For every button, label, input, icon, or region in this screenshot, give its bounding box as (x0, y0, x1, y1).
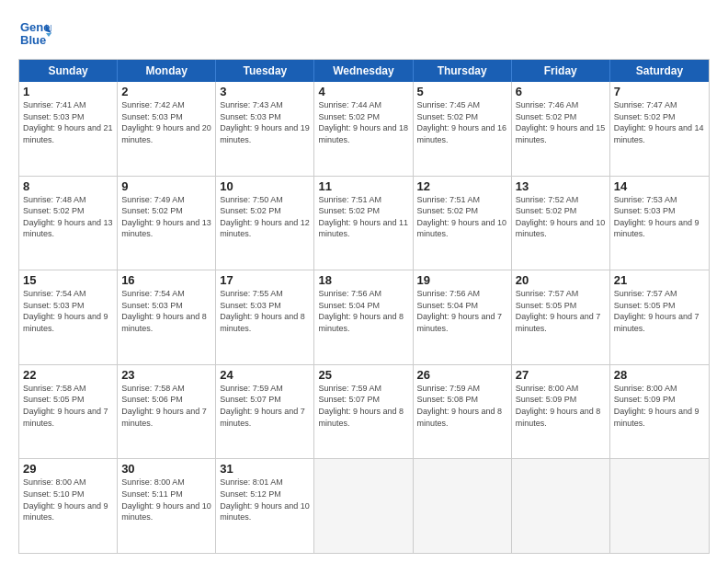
day-number: 8 (23, 179, 113, 193)
day-number: 6 (516, 85, 606, 98)
day-number: 29 (23, 462, 113, 476)
day-info: Sunrise: 7:58 AM Sunset: 5:06 PM Dayligh… (121, 383, 211, 429)
day-cell-21: 21Sunrise: 7:57 AM Sunset: 5:05 PM Dayli… (610, 270, 709, 364)
day-info: Sunrise: 7:54 AM Sunset: 5:03 PM Dayligh… (121, 288, 211, 334)
day-info: Sunrise: 7:43 AM Sunset: 5:03 PM Dayligh… (220, 99, 310, 145)
day-cell-26: 26Sunrise: 7:59 AM Sunset: 5:08 PM Dayli… (414, 365, 512, 459)
day-cell-27: 27Sunrise: 8:00 AM Sunset: 5:09 PM Dayli… (512, 365, 610, 459)
day-info: Sunrise: 7:41 AM Sunset: 5:03 PM Dayligh… (23, 99, 113, 145)
day-number: 10 (220, 179, 310, 193)
calendar-row-1: 1Sunrise: 7:41 AM Sunset: 5:03 PM Daylig… (19, 82, 709, 176)
day-cell-17: 17Sunrise: 7:55 AM Sunset: 5:03 PM Dayli… (216, 270, 314, 364)
day-cell-4: 4Sunrise: 7:44 AM Sunset: 5:02 PM Daylig… (314, 82, 413, 176)
day-cell-6: 6Sunrise: 7:46 AM Sunset: 5:02 PM Daylig… (512, 82, 610, 176)
day-number: 3 (220, 85, 310, 98)
day-number: 20 (516, 273, 606, 287)
day-number: 23 (121, 368, 211, 382)
day-number: 16 (121, 273, 211, 287)
day-number: 1 (23, 85, 113, 98)
empty-cell (512, 459, 610, 553)
day-cell-31: 31Sunrise: 8:01 AM Sunset: 5:12 PM Dayli… (216, 459, 314, 553)
calendar: SundayMondayTuesdayWednesdayThursdayFrid… (18, 59, 710, 554)
svg-text:Blue: Blue (20, 33, 46, 47)
day-info: Sunrise: 7:53 AM Sunset: 5:03 PM Dayligh… (614, 194, 705, 240)
day-cell-29: 29Sunrise: 8:00 AM Sunset: 5:10 PM Dayli… (19, 459, 118, 553)
day-cell-8: 8Sunrise: 7:48 AM Sunset: 5:02 PM Daylig… (19, 177, 118, 270)
day-cell-30: 30Sunrise: 8:00 AM Sunset: 5:11 PM Dayli… (118, 459, 216, 553)
day-info: Sunrise: 7:42 AM Sunset: 5:03 PM Dayligh… (121, 99, 211, 145)
day-number: 21 (614, 273, 705, 287)
header-day-monday: Monday (118, 60, 216, 82)
logo-icon: General Blue (18, 17, 51, 50)
header-day-wednesday: Wednesday (314, 60, 413, 82)
day-number: 24 (220, 368, 310, 382)
header-day-saturday: Saturday (610, 60, 709, 82)
day-info: Sunrise: 7:57 AM Sunset: 5:05 PM Dayligh… (516, 288, 606, 334)
page: General Blue SundayMondayTuesdayWednesda… (0, 0, 728, 563)
day-cell-24: 24Sunrise: 7:59 AM Sunset: 5:07 PM Dayli… (216, 365, 314, 459)
calendar-body: 1Sunrise: 7:41 AM Sunset: 5:03 PM Daylig… (19, 82, 709, 553)
day-info: Sunrise: 8:00 AM Sunset: 5:11 PM Dayligh… (121, 477, 211, 523)
day-number: 4 (318, 85, 408, 98)
day-info: Sunrise: 7:46 AM Sunset: 5:02 PM Dayligh… (516, 99, 606, 145)
day-number: 31 (220, 462, 310, 476)
day-info: Sunrise: 7:45 AM Sunset: 5:02 PM Dayligh… (417, 99, 507, 145)
day-cell-2: 2Sunrise: 7:42 AM Sunset: 5:03 PM Daylig… (118, 82, 216, 176)
day-info: Sunrise: 7:44 AM Sunset: 5:02 PM Dayligh… (318, 99, 408, 145)
day-cell-13: 13Sunrise: 7:52 AM Sunset: 5:02 PM Dayli… (512, 177, 610, 270)
calendar-row-4: 22Sunrise: 7:58 AM Sunset: 5:05 PM Dayli… (19, 364, 709, 459)
day-number: 14 (614, 179, 705, 193)
day-cell-7: 7Sunrise: 7:47 AM Sunset: 5:02 PM Daylig… (610, 82, 709, 176)
day-info: Sunrise: 7:52 AM Sunset: 5:02 PM Dayligh… (516, 194, 606, 240)
day-info: Sunrise: 7:51 AM Sunset: 5:02 PM Dayligh… (318, 194, 408, 240)
day-cell-20: 20Sunrise: 7:57 AM Sunset: 5:05 PM Dayli… (512, 270, 610, 364)
day-info: Sunrise: 7:48 AM Sunset: 5:02 PM Dayligh… (23, 194, 113, 240)
day-number: 19 (417, 273, 507, 287)
calendar-row-2: 8Sunrise: 7:48 AM Sunset: 5:02 PM Daylig… (19, 176, 709, 270)
day-cell-19: 19Sunrise: 7:56 AM Sunset: 5:04 PM Dayli… (414, 270, 512, 364)
calendar-row-3: 15Sunrise: 7:54 AM Sunset: 5:03 PM Dayli… (19, 270, 709, 364)
day-cell-15: 15Sunrise: 7:54 AM Sunset: 5:03 PM Dayli… (19, 270, 118, 364)
day-number: 12 (417, 179, 507, 193)
day-info: Sunrise: 7:59 AM Sunset: 5:08 PM Dayligh… (417, 383, 507, 429)
day-cell-11: 11Sunrise: 7:51 AM Sunset: 5:02 PM Dayli… (314, 177, 413, 270)
header-day-sunday: Sunday (19, 60, 118, 82)
day-number: 15 (23, 273, 113, 287)
day-number: 2 (121, 85, 211, 98)
day-number: 9 (121, 179, 211, 193)
day-number: 25 (318, 368, 408, 382)
header-day-tuesday: Tuesday (216, 60, 314, 82)
day-cell-3: 3Sunrise: 7:43 AM Sunset: 5:03 PM Daylig… (216, 82, 314, 176)
day-cell-23: 23Sunrise: 7:58 AM Sunset: 5:06 PM Dayli… (118, 365, 216, 459)
day-info: Sunrise: 7:56 AM Sunset: 5:04 PM Dayligh… (318, 288, 408, 334)
day-info: Sunrise: 8:00 AM Sunset: 5:10 PM Dayligh… (23, 477, 113, 523)
calendar-row-5: 29Sunrise: 8:00 AM Sunset: 5:10 PM Dayli… (19, 458, 709, 553)
day-info: Sunrise: 8:01 AM Sunset: 5:12 PM Dayligh… (220, 477, 310, 523)
day-number: 17 (220, 273, 310, 287)
day-cell-12: 12Sunrise: 7:51 AM Sunset: 5:02 PM Dayli… (414, 177, 512, 270)
day-number: 22 (23, 368, 113, 382)
day-number: 18 (318, 273, 408, 287)
empty-cell (314, 459, 413, 553)
day-info: Sunrise: 7:49 AM Sunset: 5:02 PM Dayligh… (121, 194, 211, 240)
day-number: 7 (614, 85, 705, 98)
logo: General Blue (18, 17, 55, 50)
day-cell-1: 1Sunrise: 7:41 AM Sunset: 5:03 PM Daylig… (19, 82, 118, 176)
day-cell-5: 5Sunrise: 7:45 AM Sunset: 5:02 PM Daylig… (414, 82, 512, 176)
day-number: 26 (417, 368, 507, 382)
day-info: Sunrise: 7:57 AM Sunset: 5:05 PM Dayligh… (614, 288, 705, 334)
day-cell-10: 10Sunrise: 7:50 AM Sunset: 5:02 PM Dayli… (216, 177, 314, 270)
day-info: Sunrise: 8:00 AM Sunset: 5:09 PM Dayligh… (516, 383, 606, 429)
day-cell-22: 22Sunrise: 7:58 AM Sunset: 5:05 PM Dayli… (19, 365, 118, 459)
day-number: 28 (614, 368, 705, 382)
day-info: Sunrise: 7:54 AM Sunset: 5:03 PM Dayligh… (23, 288, 113, 334)
day-info: Sunrise: 7:50 AM Sunset: 5:02 PM Dayligh… (220, 194, 310, 240)
day-info: Sunrise: 7:59 AM Sunset: 5:07 PM Dayligh… (318, 383, 408, 429)
day-number: 27 (516, 368, 606, 382)
day-cell-18: 18Sunrise: 7:56 AM Sunset: 5:04 PM Dayli… (314, 270, 413, 364)
day-cell-28: 28Sunrise: 8:00 AM Sunset: 5:09 PM Dayli… (610, 365, 709, 459)
svg-marker-3 (46, 33, 51, 37)
day-cell-25: 25Sunrise: 7:59 AM Sunset: 5:07 PM Dayli… (314, 365, 413, 459)
day-number: 30 (121, 462, 211, 476)
day-cell-9: 9Sunrise: 7:49 AM Sunset: 5:02 PM Daylig… (118, 177, 216, 270)
